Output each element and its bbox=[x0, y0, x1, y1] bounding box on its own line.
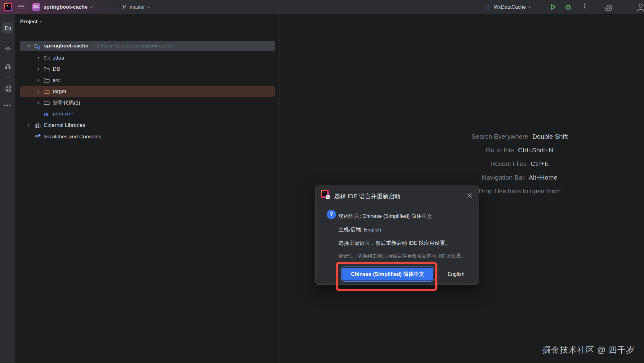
tree-row-db[interactable]: DB bbox=[14, 64, 280, 75]
chevron-expanded-icon[interactable] bbox=[27, 44, 31, 48]
dialog-app-icon: IJ ⛏ bbox=[321, 190, 329, 198]
folder-icon bbox=[43, 77, 50, 84]
hamburger-menu-icon[interactable] bbox=[18, 2, 25, 10]
tree-row-pomxml[interactable]: m pom.xml bbox=[14, 108, 280, 119]
tree-item-path: D:\IdeaProjects\springboot-cache bbox=[95, 43, 173, 49]
strip-divider bbox=[4, 76, 11, 77]
hint-label: Navigation Bar bbox=[482, 174, 525, 181]
tree-row-src[interactable]: src bbox=[14, 75, 280, 86]
chevron-collapsed-icon[interactable] bbox=[36, 56, 40, 60]
chevron-collapsed-icon[interactable] bbox=[36, 78, 40, 83]
hint-navigation-bar: Navigation Bar Alt+Home bbox=[396, 174, 644, 181]
watermark-text: 掘金技术社区 @ 四千岁 bbox=[543, 344, 635, 356]
branch-name: master bbox=[130, 4, 145, 10]
chevron-down-icon bbox=[90, 6, 93, 9]
hint-label: Go to File bbox=[486, 146, 514, 154]
commit-icon bbox=[5, 45, 11, 52]
hint-shortcut: Double Shift bbox=[532, 133, 568, 140]
tree-item-label: DB bbox=[53, 66, 60, 72]
scratches-icon bbox=[34, 134, 41, 140]
hint-shortcut: Ctrl+Shift+N bbox=[518, 146, 553, 154]
hint-recent-files: Recent Files Ctrl+E bbox=[396, 160, 644, 168]
structure-icon bbox=[5, 85, 11, 92]
tree-item-label: springboot-cache bbox=[44, 43, 88, 49]
project-panel-header[interactable]: Project bbox=[20, 19, 43, 25]
excluded-folder-icon bbox=[43, 88, 50, 95]
folder-icon bbox=[43, 55, 50, 61]
tree-item-label: Scratches and Consoles bbox=[44, 134, 101, 140]
maven-file-icon: m bbox=[44, 110, 49, 117]
run-config-name: WxDataCache bbox=[494, 4, 526, 10]
debug-button[interactable] bbox=[565, 3, 572, 11]
hint-label: Search Everywhere bbox=[472, 133, 528, 140]
tree-item-label: target bbox=[53, 88, 66, 95]
folder-icon bbox=[43, 66, 50, 73]
project-tool-button[interactable] bbox=[2, 22, 13, 34]
dialog-app-icon-badge: ⛏ bbox=[326, 195, 330, 199]
tree-item-label: 随堂代码(1) bbox=[53, 99, 80, 106]
tree-row-root[interactable]: springboot-cache D:\IdeaProjects\springb… bbox=[14, 40, 280, 52]
libraries-icon bbox=[34, 122, 41, 129]
tree-row-target[interactable]: target bbox=[14, 86, 280, 97]
plugin-spiral-icon[interactable] bbox=[604, 2, 613, 11]
dialog-line-your-language: 您的语言: Chinese (Simplified) 简体中文 bbox=[338, 213, 432, 220]
tool-window-strip: ••• bbox=[0, 14, 15, 363]
run-button[interactable] bbox=[550, 3, 557, 11]
hint-shortcut: Alt+Home bbox=[529, 174, 557, 181]
project-selector[interactable]: springboot-cache bbox=[43, 0, 93, 14]
dialog-note: 请记住，切换到主机/后端语言将更改相应本地 IDE 的设置。 bbox=[338, 253, 466, 259]
hint-shortcut: Ctrl+E bbox=[530, 160, 549, 168]
dialog-title: 选择 IDE 语言并重新启动 bbox=[334, 192, 400, 200]
hint-label: Drop files here to open them bbox=[479, 187, 561, 195]
project-panel-title: Project bbox=[20, 19, 38, 25]
commit-tool-button[interactable] bbox=[2, 43, 13, 54]
tree-row-scratches[interactable]: Scratches and Consoles bbox=[14, 131, 280, 142]
project-avatar[interactable]: SC bbox=[32, 3, 40, 11]
chevron-collapsed-icon[interactable] bbox=[36, 101, 40, 105]
chevron-down-icon bbox=[147, 6, 150, 9]
bug-icon bbox=[565, 3, 572, 11]
hint-search-everywhere: Search Everywhere Double Shift bbox=[396, 133, 644, 140]
folder-icon bbox=[43, 100, 50, 106]
chevron-down-icon bbox=[528, 6, 531, 9]
app-logo-text: IJ bbox=[5, 4, 11, 10]
module-folder-icon bbox=[34, 43, 41, 49]
tree-item-label: .idea bbox=[53, 55, 64, 61]
red-annotation-box bbox=[336, 262, 437, 291]
app-logo: IJ bbox=[4, 3, 12, 11]
tree-item-label: src bbox=[53, 77, 60, 83]
pull-requests-tool-button[interactable] bbox=[2, 60, 13, 72]
run-configuration-selector[interactable]: WxDataCache bbox=[485, 0, 531, 14]
tree-row-classcode[interactable]: 随堂代码(1) bbox=[14, 97, 280, 108]
hint-go-to-file: Go to File Ctrl+Shift+N bbox=[396, 146, 644, 154]
dialog-line-host-backend: 主机/后端: English bbox=[338, 226, 381, 233]
chevron-collapsed-icon[interactable] bbox=[36, 90, 40, 94]
english-button[interactable]: English bbox=[439, 268, 473, 280]
tree-item-label: pom.xml bbox=[53, 111, 73, 117]
project-name: springboot-cache bbox=[43, 4, 88, 10]
close-icon[interactable] bbox=[467, 193, 472, 198]
user-profile-icon[interactable] bbox=[636, 3, 644, 11]
more-actions-button[interactable]: ⋮ bbox=[581, 2, 588, 10]
tree-row-idea[interactable]: .idea bbox=[14, 52, 280, 64]
chevron-down-icon bbox=[40, 20, 43, 23]
pull-request-icon bbox=[5, 63, 11, 69]
help-question-icon: ? bbox=[327, 210, 336, 219]
toolbar-gradient bbox=[0, 0, 644, 14]
tree-item-label: External Libraries bbox=[44, 122, 85, 128]
hint-label: Recent Files bbox=[490, 160, 527, 168]
chevron-collapsed-icon[interactable] bbox=[26, 123, 30, 128]
chevron-collapsed-icon[interactable] bbox=[36, 67, 40, 71]
main-toolbar: IJ SC springboot-cache master WxDataCach… bbox=[0, 0, 644, 14]
run-config-icon bbox=[485, 4, 491, 10]
structure-tool-button[interactable] bbox=[2, 83, 13, 94]
tree-row-external-libraries[interactable]: External Libraries bbox=[14, 120, 280, 131]
more-tool-windows-button[interactable]: ••• bbox=[0, 102, 15, 109]
vcs-branch-selector[interactable]: master bbox=[122, 0, 150, 14]
play-icon bbox=[550, 3, 557, 11]
dialog-line-instruction: 选择所需语言，然后重新启动 IDE 以应用设置。 bbox=[338, 240, 450, 247]
folder-icon bbox=[5, 25, 11, 31]
git-branch-icon bbox=[122, 4, 127, 10]
